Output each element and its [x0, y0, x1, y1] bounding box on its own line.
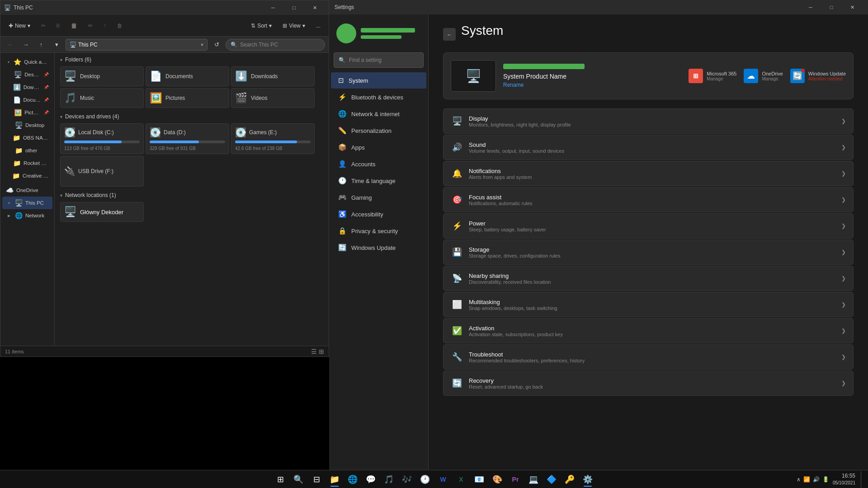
sidebar-item-creative-cloud[interactable]: 📁 Creative Cloud Files — [2, 169, 52, 182]
copy-button[interactable]: ⎘ — [52, 18, 64, 33]
sidebar-item-documents-pinned[interactable]: 📄 Documents 📌 — [2, 94, 52, 106]
settings-nav-accessibility[interactable]: ♿ Accessibility — [331, 206, 426, 222]
taskbar-excel-button[interactable]: X — [453, 471, 469, 488]
large-icons-view-button[interactable]: ⊞ — [319, 348, 324, 355]
settings-row-activation[interactable]: ✅ Activation Activation state, subscript… — [443, 318, 854, 343]
cut-button[interactable]: ✂ — [37, 18, 50, 33]
sort-button[interactable]: ⇅ Sort ▾ — [246, 18, 276, 33]
more-button[interactable]: ... — [311, 18, 325, 33]
taskbar-start-button[interactable]: ⊞ — [272, 471, 288, 488]
settings-nav-system[interactable]: ⊡ System — [331, 72, 426, 89]
shortcut-onedrive[interactable]: ☁ OneDrive Manage — [744, 69, 783, 83]
taskbar-photoshop-button[interactable]: 🎨 — [489, 471, 505, 488]
forward-button[interactable]: → — [19, 38, 32, 51]
taskbar-search-button[interactable]: 🔍 — [290, 471, 307, 488]
new-button[interactable]: ✚ New ▾ — [4, 18, 35, 33]
explorer-minimize-button[interactable]: ─ — [263, 0, 283, 15]
drives-section-header[interactable]: ▾ Devices and drives (4) — [60, 113, 323, 120]
settings-minimize-button[interactable]: ─ — [800, 0, 821, 14]
taskbar-discord-button[interactable]: 💬 — [363, 471, 379, 488]
settings-row-notifications[interactable]: 🔔 Notifications Alerts from apps and sys… — [443, 161, 854, 186]
taskbar-clock-button[interactable]: 🕐 — [417, 471, 433, 488]
folder-videos[interactable]: 🎬 Videos — [231, 88, 315, 108]
taskbar-taskview-button[interactable]: ⊟ — [308, 471, 325, 488]
system-clock[interactable]: 16:55 05/10/2021 — [833, 473, 855, 486]
network-dekoder[interactable]: 🖥️ Główny Dekoder — [60, 202, 144, 222]
tray-volume-icon[interactable]: 🔊 — [813, 476, 820, 483]
shortcut-microsoft365[interactable]: ⊞ Microsoft 365 Manage — [689, 69, 736, 83]
taskbar-settings-button[interactable]: ⚙️ — [580, 471, 596, 488]
settings-nav-privacy[interactable]: 🔒 Privacy & security — [331, 223, 426, 239]
rename-link[interactable]: Rename — [503, 82, 681, 88]
up-button[interactable]: ↑ — [35, 38, 47, 51]
refresh-button[interactable]: ↺ — [210, 38, 223, 51]
taskbar-explorer-button[interactable]: 📁 — [326, 471, 343, 488]
settings-maximize-button[interactable]: □ — [821, 0, 842, 14]
quick-access-header[interactable]: ▾ ⭐ Quick access — [2, 56, 52, 68]
drive-e[interactable]: 💽 Games (E:) 42.6 GB free of 238 GB — [231, 123, 315, 154]
taskbar-outlook-button[interactable]: 📧 — [471, 471, 487, 488]
sidebar-item-network[interactable]: ▶ 🌐 Network — [2, 209, 52, 222]
taskbar-keepass-button[interactable]: 🔑 — [561, 471, 578, 488]
settings-row-nearby-sharing[interactable]: 📡 Nearby sharing Discoverability, receiv… — [443, 266, 854, 291]
back-button[interactable]: ← — [4, 38, 17, 51]
taskbar-vscode-button[interactable]: 💻 — [525, 471, 542, 488]
recent-locations-button[interactable]: ▾ — [50, 38, 63, 51]
settings-nav-apps[interactable]: 📦 Apps — [331, 139, 426, 155]
sidebar-item-desktop-pinned[interactable]: 🖥️ Desktop 📌 — [2, 68, 52, 81]
sidebar-item-onedrive[interactable]: ☁️ OneDrive — [2, 184, 52, 197]
settings-row-focus[interactable]: 🎯 Focus assist Notifications, automatic … — [443, 187, 854, 212]
settings-row-power[interactable]: ⚡ Power Sleep, battery usage, battery sa… — [443, 213, 854, 239]
delete-button[interactable]: 🗑 — [113, 18, 127, 33]
sidebar-item-other[interactable]: 📁 other — [2, 144, 52, 157]
settings-back-button[interactable]: ← — [443, 28, 456, 41]
settings-nav-windows-update[interactable]: 🔄 Windows Update — [331, 239, 426, 256]
view-button[interactable]: ⊞ View ▾ — [278, 18, 310, 33]
taskbar-premiere-button[interactable]: Pr — [507, 471, 524, 488]
explorer-close-button[interactable]: ✕ — [304, 0, 325, 15]
rename-toolbar-button[interactable]: ✏ — [84, 18, 97, 33]
folder-music[interactable]: 🎵 Music — [60, 88, 144, 108]
settings-row-recovery[interactable]: 🔄 Recovery Reset, advanced startup, go b… — [443, 371, 854, 396]
settings-nav-time[interactable]: 🕐 Time & language — [331, 173, 426, 189]
explorer-maximize-button[interactable]: □ — [283, 0, 304, 15]
show-desktop-button[interactable] — [861, 471, 864, 488]
folder-pictures[interactable]: 🖼️ Pictures — [146, 88, 229, 108]
details-view-button[interactable]: ☰ — [311, 348, 317, 355]
settings-row-multitasking[interactable]: ⬜ Multitasking Snap windows, desktops, t… — [443, 292, 854, 317]
sidebar-item-pictures-pinned[interactable]: 🖼️ Pictures 📌 — [2, 106, 52, 119]
sidebar-item-obs[interactable]: 📁 OBS NAGRANIA — [2, 131, 52, 144]
address-path[interactable]: 🖥️ This PC ▾ — [66, 39, 208, 51]
folders-section-header[interactable]: ▾ Folders (6) — [60, 56, 323, 63]
settings-close-button[interactable]: ✕ — [842, 0, 863, 14]
folder-documents[interactable]: 📄 Documents — [146, 66, 229, 86]
search-box[interactable]: 🔍 Search This PC — [226, 39, 325, 51]
drive-f[interactable]: 🔌 USB Drive (F:) — [60, 156, 144, 187]
tray-chevron[interactable]: ∧ — [797, 476, 801, 483]
settings-nav-network[interactable]: 🌐 Network & internet — [331, 106, 426, 122]
settings-row-display[interactable]: 🖥️ Display Monitors, brightness, night l… — [443, 108, 854, 134]
share-button[interactable]: ↑ — [99, 18, 111, 33]
settings-row-sound[interactable]: 🔊 Sound Volume levels, output, input, so… — [443, 135, 854, 160]
settings-nav-bluetooth[interactable]: ⚡ Bluetooth & devices — [331, 89, 426, 105]
folder-desktop[interactable]: 🖥️ Desktop — [60, 66, 144, 86]
folder-downloads[interactable]: ⬇️ Downloads — [231, 66, 315, 86]
sidebar-item-rocket-league[interactable]: 📁 Rocket League — [2, 157, 52, 169]
settings-nav-gaming[interactable]: 🎮 Gaming — [331, 189, 426, 206]
sidebar-item-downloads-pinned[interactable]: ⬇️ Downloads 📌 — [2, 81, 52, 94]
paste-button[interactable]: 📋 — [66, 18, 82, 33]
taskbar-spotify-button[interactable]: 🎶 — [399, 471, 415, 488]
settings-row-storage[interactable]: 💾 Storage Storage space, drives, configu… — [443, 239, 854, 265]
drive-d[interactable]: 💽 Data (D:) 329 GB free of 931 GB — [146, 123, 229, 154]
sidebar-item-this-pc[interactable]: ▾ 🖥️ This PC — [2, 197, 52, 209]
drive-c[interactable]: 💽 Local Disk (C:) 113 GB free of 476 GB — [60, 123, 144, 154]
shortcut-windows-update[interactable]: 🔄 Windows Update Attention needed — [790, 69, 846, 83]
network-section-header[interactable]: ▾ Network locations (1) — [60, 192, 323, 198]
taskbar-word-button[interactable]: W — [435, 471, 451, 488]
taskbar-media-button[interactable]: 🎵 — [381, 471, 397, 488]
sidebar-item-desktop[interactable]: 🖥️ Desktop — [2, 119, 52, 131]
settings-row-troubleshoot[interactable]: 🔧 Troubleshoot Recommended troubleshoote… — [443, 344, 854, 370]
settings-search-box[interactable]: 🔍 Find a setting — [334, 52, 424, 68]
taskbar-chrome-button[interactable]: 🌐 — [344, 471, 361, 488]
taskbar-vs-button[interactable]: 🔷 — [543, 471, 560, 488]
